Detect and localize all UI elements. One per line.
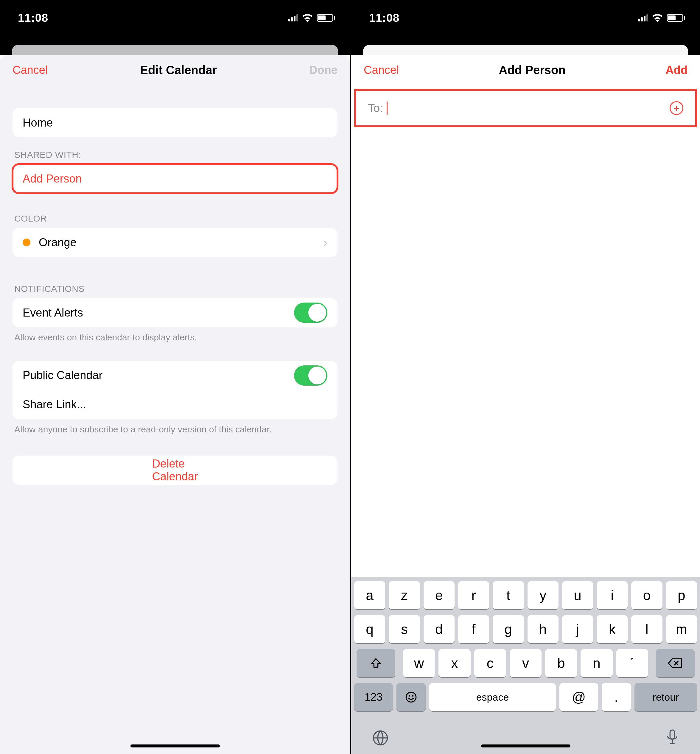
color-row[interactable]: Orange › (12, 228, 338, 257)
add-button[interactable]: Add (666, 64, 688, 76)
add-person-button[interactable]: Add Person (12, 164, 338, 193)
plus-circle-icon: ＋ (670, 101, 683, 115)
notifications-header: NOTIFICATIONS (12, 257, 338, 298)
color-name: Orange (39, 236, 323, 249)
background-sheet-peek (351, 36, 700, 55)
delete-key[interactable] (656, 649, 695, 677)
cancel-button[interactable]: Cancel (12, 64, 48, 76)
emoji-key[interactable] (397, 683, 426, 711)
status-time: 11:08 (18, 12, 48, 24)
status-bar: 11:08 (351, 0, 700, 36)
key-j[interactable]: j (562, 615, 593, 643)
background-sheet-peek (0, 36, 350, 55)
navbar: Cancel Add Person Add (351, 55, 700, 85)
color-header: COLOR (12, 193, 338, 228)
numbers-key[interactable]: 123 (354, 683, 393, 711)
color-swatch-icon (23, 239, 30, 246)
key-v[interactable]: v (510, 649, 542, 677)
battery-icon (317, 14, 335, 22)
key-i[interactable]: i (597, 581, 628, 609)
space-key[interactable]: espace (429, 683, 556, 711)
share-link-row[interactable]: Share Link... (12, 390, 338, 419)
key-d[interactable]: d (423, 615, 455, 643)
key-z[interactable]: z (389, 581, 420, 609)
key-r[interactable]: r (458, 581, 489, 609)
event-alerts-toggle[interactable] (294, 303, 327, 323)
key-e[interactable]: e (423, 581, 455, 609)
home-indicator[interactable] (481, 745, 570, 748)
key-w[interactable]: w (403, 649, 435, 677)
wifi-icon (302, 14, 312, 22)
key-´[interactable]: ´ (616, 649, 648, 677)
svg-point-0 (406, 692, 416, 702)
return-key[interactable]: retour (634, 683, 697, 711)
event-alerts-footer: Allow events on this calendar to display… (12, 327, 338, 343)
shift-key[interactable] (356, 649, 395, 677)
key-o[interactable]: o (631, 581, 662, 609)
key-h[interactable]: h (528, 615, 558, 643)
event-alerts-row: Event Alerts (12, 298, 338, 327)
public-calendar-row: Public Calendar (12, 361, 338, 390)
navbar: Cancel Edit Calendar Done (0, 55, 350, 85)
svg-point-1 (409, 695, 410, 696)
event-alerts-label: Event Alerts (23, 306, 294, 319)
delete-calendar-label: Delete Calendar (152, 457, 198, 483)
key-c[interactable]: c (474, 649, 506, 677)
svg-rect-4 (670, 730, 674, 739)
key-p[interactable]: p (666, 581, 697, 609)
page-title: Add Person (498, 63, 566, 77)
key-n[interactable]: n (581, 649, 612, 677)
globe-key[interactable] (372, 730, 389, 746)
key-m[interactable]: m (666, 615, 697, 643)
cellular-icon (288, 14, 298, 22)
battery-icon (667, 14, 685, 22)
public-calendar-label: Public Calendar (23, 369, 294, 382)
key-a[interactable]: a (354, 581, 385, 609)
status-bar: 11:08 (0, 0, 350, 36)
key-k[interactable]: k (597, 615, 628, 643)
delete-calendar-button[interactable]: Delete Calendar (12, 456, 338, 485)
key-s[interactable]: s (389, 615, 420, 643)
to-field[interactable]: To: ＋ (356, 92, 695, 124)
cancel-button[interactable]: Cancel (364, 64, 399, 76)
svg-point-2 (412, 695, 413, 696)
dot-key[interactable]: . (602, 683, 631, 711)
key-l[interactable]: l (631, 615, 662, 643)
key-x[interactable]: x (439, 649, 470, 677)
key-u[interactable]: u (562, 581, 593, 609)
public-calendar-toggle[interactable] (294, 365, 327, 386)
key-q[interactable]: q (354, 615, 385, 643)
page-title: Edit Calendar (140, 63, 217, 77)
calendar-name-field[interactable]: Home (12, 108, 338, 137)
at-key[interactable]: @ (559, 683, 598, 711)
key-y[interactable]: y (528, 581, 558, 609)
key-g[interactable]: g (493, 615, 523, 643)
to-field-highlight: To: ＋ (354, 89, 697, 127)
chevron-right-icon: › (323, 236, 327, 249)
cellular-icon (638, 14, 648, 22)
edit-calendar-sheet: Cancel Edit Calendar Done Home SHARED WI… (0, 55, 350, 754)
key-b[interactable]: b (545, 649, 577, 677)
done-button: Done (309, 64, 338, 76)
add-person-sheet: Cancel Add Person Add To: ＋ azertyuiop q… (351, 55, 700, 754)
add-person-label: Add Person (23, 172, 327, 185)
share-link-label: Share Link... (23, 398, 327, 411)
key-f[interactable]: f (458, 615, 489, 643)
key-t[interactable]: t (493, 581, 523, 609)
add-contact-button[interactable]: ＋ (670, 101, 683, 115)
public-calendar-footer: Allow anyone to subscribe to a read-only… (12, 419, 338, 436)
text-cursor (387, 101, 388, 115)
wifi-icon (652, 14, 662, 22)
status-time: 11:08 (369, 12, 400, 24)
keyboard: azertyuiop qsdfghjklm wxcvbn´ 123 espace… (351, 577, 700, 754)
shared-with-header: SHARED WITH: (12, 137, 338, 164)
dictation-key[interactable] (666, 729, 679, 747)
to-label: To: (368, 102, 383, 115)
home-indicator[interactable] (130, 745, 220, 748)
calendar-name-value: Home (23, 116, 327, 129)
